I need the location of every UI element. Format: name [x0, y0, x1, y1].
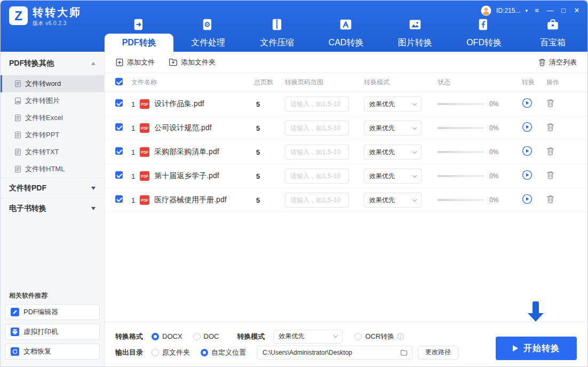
- brand: Z 转转大师 版本 v6.0.2.3: [9, 6, 82, 27]
- tab-file-process[interactable]: 文件处理: [173, 13, 242, 52]
- row-convert-button[interactable]: [522, 170, 533, 180]
- change-path-button[interactable]: 更改路径: [418, 346, 458, 360]
- convert-mode-select[interactable]: 效果优先: [364, 145, 422, 159]
- page-range-input[interactable]: [285, 97, 349, 111]
- page-range-input[interactable]: [285, 169, 349, 183]
- tab-cad-convert[interactable]: CAD转换: [312, 13, 380, 52]
- ocr-option[interactable]: OCR转换: [354, 332, 404, 341]
- tab-pdf-convert[interactable]: PDF转换: [105, 13, 173, 52]
- collapse-up-icon: [91, 62, 96, 65]
- col-convert-mode: 转换模式: [364, 78, 438, 87]
- progress-percent: 0%: [489, 172, 498, 180]
- row-checkbox[interactable]: [115, 123, 123, 131]
- sidebar-item-file-to-html[interactable]: 文件转HTML: [1, 161, 104, 178]
- sidebar-item-file-to-excel[interactable]: 文件转Excel: [1, 109, 104, 126]
- format-docx-option[interactable]: DOCX: [152, 332, 182, 340]
- trash-icon: [538, 58, 546, 66]
- convert-mode-select[interactable]: 效果优先: [364, 97, 422, 111]
- table-row: 1 PDF 采购部采购清单.pdf 5 效果优先 0%: [105, 140, 587, 164]
- tab-ofd-convert[interactable]: OFD转换: [449, 13, 518, 52]
- app-window: Z 转转大师 版本 v6.0.2.3 ID:215... ▾ ≡ — □ ✕ P…: [0, 0, 588, 367]
- row-checkbox[interactable]: [115, 99, 123, 107]
- convert-mode-select[interactable]: 效果优先: [364, 121, 422, 135]
- output-source-option[interactable]: 原文件夹: [152, 348, 190, 357]
- row-delete-button[interactable]: [546, 195, 554, 203]
- sidebar-group-file-to-pdf[interactable]: 文件转PDF: [1, 178, 104, 198]
- start-convert-button[interactable]: 开始转换: [496, 337, 577, 360]
- add-file-icon: [115, 58, 124, 67]
- page-range-input[interactable]: [285, 121, 349, 135]
- sidebar-item-file-to-image[interactable]: 文件转图片: [1, 92, 104, 109]
- tab-image-convert[interactable]: 图片转换: [380, 13, 449, 52]
- row-convert-button[interactable]: [522, 98, 533, 108]
- row-delete-button[interactable]: [546, 99, 554, 107]
- recommend-label: PDF编辑器: [23, 307, 58, 317]
- select-all-checkbox[interactable]: [115, 78, 123, 85]
- output-custom-option[interactable]: 自定义位置: [201, 348, 246, 357]
- recommend-label: 文档恢复: [23, 347, 51, 356]
- tab-label: 文件压缩: [243, 34, 312, 52]
- sidebar-group-pdf-other[interactable]: PDF转换其他: [1, 52, 104, 75]
- mode-select-value: 效果优先: [279, 332, 304, 341]
- format-doc-option[interactable]: DOC: [193, 332, 219, 340]
- row-convert-button[interactable]: [522, 122, 533, 132]
- play-icon: [522, 122, 533, 132]
- play-icon: [522, 98, 533, 108]
- main-nav-tabs: PDF转换 文件处理 文件压缩 CAD转换: [105, 13, 587, 52]
- file-toolbar: 添加文件 添加文件夹 清空列表: [105, 52, 587, 73]
- file-name: 医疗器械使用手册.pdf: [154, 195, 226, 205]
- footer-mode-select[interactable]: 效果优先: [273, 330, 343, 344]
- row-delete-button[interactable]: [546, 171, 554, 179]
- trash-icon: [546, 195, 554, 203]
- progress-bar: [438, 127, 484, 129]
- row-index: 1: [131, 148, 135, 156]
- row-checkbox[interactable]: [115, 171, 123, 179]
- pdf-file-icon: PDF: [140, 123, 149, 133]
- row-convert-button[interactable]: [522, 194, 533, 204]
- mode-select-value: 效果优先: [369, 100, 395, 109]
- page-range-input[interactable]: [285, 145, 349, 159]
- recommend-doc-recover[interactable]: 文档恢复: [5, 344, 100, 360]
- sidebar-item-file-to-word[interactable]: 文件转word: [1, 75, 104, 92]
- tab-toolbox[interactable]: 百宝箱: [519, 13, 587, 52]
- convert-mode-select[interactable]: 效果优先: [364, 193, 422, 208]
- sidebar-group-ebook-convert[interactable]: 电子书转换: [1, 198, 104, 218]
- progress-percent: 0%: [489, 124, 498, 132]
- file-name: 第十届返乡学子.pdf: [154, 171, 219, 181]
- sidebar-item-label: 文件转word: [25, 79, 61, 89]
- image-convert-icon: [408, 17, 422, 31]
- output-path-input[interactable]: [261, 348, 397, 357]
- row-checkbox[interactable]: [115, 147, 123, 155]
- doc-icon: [14, 165, 21, 173]
- tab-label: 文件处理: [173, 34, 242, 52]
- sidebar-item-file-to-txt[interactable]: 文件转TXT: [1, 143, 104, 161]
- pdf-file-icon: PDF: [140, 195, 149, 205]
- folder-icon[interactable]: [400, 349, 408, 356]
- row-convert-button[interactable]: [522, 146, 533, 156]
- sidebar-item-file-to-ppt[interactable]: 文件转PPT: [1, 126, 104, 143]
- doc-recover-icon: [11, 347, 19, 356]
- add-file-button[interactable]: 添加文件: [115, 58, 155, 67]
- page-range-input[interactable]: [285, 193, 349, 208]
- chevron-down-icon: [412, 125, 417, 129]
- radio-icon: [354, 333, 362, 340]
- clear-list-button[interactable]: 清空列表: [538, 58, 577, 67]
- mode-label: 转换模式: [237, 332, 265, 341]
- add-folder-button[interactable]: 添加文件夹: [169, 58, 216, 67]
- progress-percent: 0%: [489, 196, 498, 204]
- row-delete-button[interactable]: [546, 147, 554, 155]
- file-name: 设计作品集.pdf: [154, 99, 204, 109]
- trash-icon: [546, 147, 554, 155]
- table-row: 1 PDF 医疗器械使用手册.pdf 5 效果优先 0%: [105, 188, 587, 212]
- row-delete-button[interactable]: [546, 123, 554, 131]
- main-content: 添加文件 添加文件夹 清空列表 文件名称 总页数 转换页码范围 转换模式 状态: [105, 52, 587, 367]
- row-checkbox[interactable]: [115, 195, 123, 203]
- recommend-pdf-editor[interactable]: PDF编辑器: [5, 304, 100, 320]
- sidebar-item-label: 文件转Excel: [25, 113, 63, 123]
- info-icon: [397, 333, 404, 340]
- recommend-virtual-printer[interactable]: 虚拟打印机: [5, 324, 100, 340]
- app-version: 版本 v6.0.2.3: [33, 20, 82, 27]
- caret-down-icon[interactable]: ▾: [525, 8, 528, 13]
- tab-file-compress[interactable]: 文件压缩: [243, 13, 312, 52]
- convert-mode-select[interactable]: 效果优先: [364, 169, 422, 183]
